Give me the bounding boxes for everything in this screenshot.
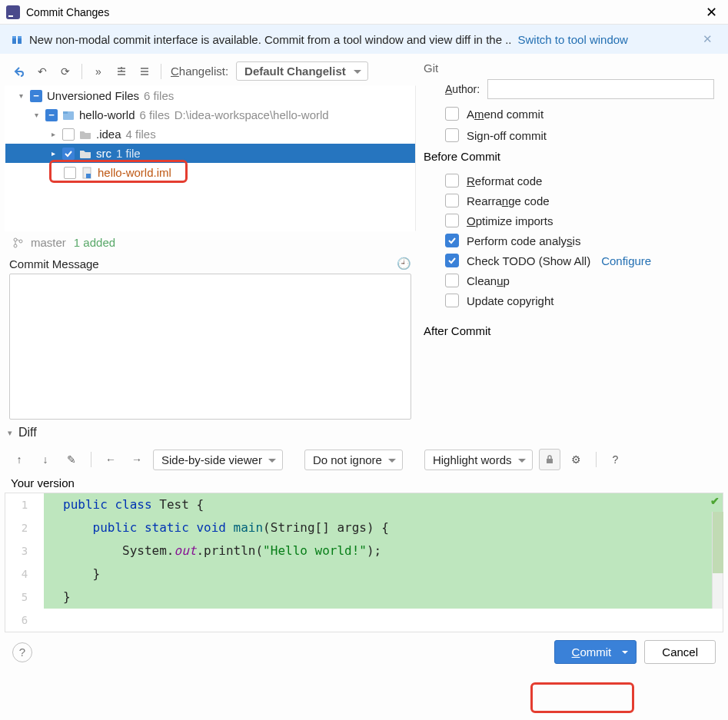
line-number: 5 [5,586,44,609]
file-count: 1 file [116,147,141,160]
checkbox-checked-icon[interactable] [62,148,75,160]
arrow-left-icon[interactable]: ← [101,450,121,469]
tree-row-idea[interactable]: ▸ .idea 4 files [5,124,415,144]
arrow-up-icon[interactable]: ↑ [9,450,29,469]
todo-configure-link[interactable]: Configure [601,254,651,267]
cancel-button[interactable]: Cancel [644,640,716,664]
tree-row-unversioned[interactable]: ▾ − Unversioned Files 6 files [5,86,415,105]
commit-message-input[interactable] [9,274,411,420]
line-number: 1 [5,493,44,516]
collapse-all-icon[interactable] [135,62,155,81]
rearrange-label: Rearrange code [467,194,550,207]
signoff-checkbox[interactable] [445,128,459,142]
highlight-combo[interactable]: Highlight words [424,450,533,470]
gear-icon[interactable]: ⚙ [567,450,587,469]
line-number: 2 [5,516,44,539]
after-commit-header: After Commit [424,324,714,337]
arrow-right-icon[interactable]: → [127,450,147,469]
titlebar: Commit Changes ✕ [0,0,728,25]
amend-label: Amend commit [467,108,544,121]
app-logo [6,5,20,19]
close-icon[interactable]: ✕ [701,1,722,24]
todo-label: Check TODO (Show All) [467,254,590,267]
svg-rect-0 [6,5,20,19]
viewer-combo[interactable]: Side-by-side viewer [153,450,283,470]
checkbox-empty[interactable] [64,167,76,179]
arrow-down-icon[interactable]: ↓ [35,450,55,469]
changelist-combo[interactable]: Default Changelist [236,61,368,81]
author-label: Author: [445,83,480,95]
changes-tree[interactable]: ▾ − Unversioned Files 6 files ▾ − hello-… [5,85,416,231]
copyright-checkbox[interactable] [445,294,459,307]
chevron-down-icon[interactable]: ▾ [8,428,12,438]
reformat-checkbox[interactable] [445,174,459,187]
checkbox-mixed-icon[interactable]: − [30,90,42,102]
checkbox-mixed-icon[interactable]: − [45,109,58,121]
rollback-icon[interactable] [9,62,29,81]
annotation-highlight [530,682,634,713]
file-count: 6 files [144,89,174,102]
lock-icon[interactable] [539,449,560,470]
info-banner: New non-modal commit interface is availa… [0,25,728,54]
your-version-label: Your version [5,473,723,493]
changelist-label: Changelist: [171,65,228,78]
copyright-label: Update copyright [467,294,553,307]
expand-all-icon[interactable] [111,62,131,81]
chevron-right-icon[interactable]: ▸ [48,130,58,138]
tree-row-iml[interactable]: hello-world.iml [5,163,415,182]
svg-rect-4 [16,36,18,44]
cleanup-label: Cleanup [467,274,510,287]
folder-icon [79,148,91,160]
cleanup-checkbox[interactable] [445,274,459,287]
node-label: Unversioned Files [47,89,139,102]
branch-icon [12,237,23,248]
rearrange-checkbox[interactable] [445,194,459,207]
author-input[interactable] [487,79,714,99]
node-label: hello-world [79,108,135,121]
checkbox-empty[interactable] [62,128,75,141]
window-title: Commit Changes [26,6,109,18]
diff-section-header[interactable]: ▾ Diff [5,420,723,446]
analysis-label: Perform code analysis [467,234,580,247]
banner-close-icon[interactable]: ✕ [698,31,717,48]
amend-checkbox[interactable] [445,107,459,121]
optimize-checkbox[interactable] [445,214,459,227]
chevron-right-icon[interactable]: ▸ [48,149,58,158]
before-commit-header: Before Commit [424,150,714,163]
branch-row: master 1 added [5,231,416,254]
branch-name: master [31,236,66,249]
folder-icon [79,128,91,141]
svg-point-11 [19,240,22,243]
svg-point-10 [14,244,17,247]
reformat-label: Reformat code [467,174,542,187]
line-number: 6 [5,609,44,632]
svg-rect-6 [63,111,68,114]
diff-code-viewer[interactable]: ✔ 1public class Test { 2 public static v… [5,493,723,632]
chevron-down-icon[interactable]: ▾ [16,91,25,100]
file-count: 4 files [126,128,156,141]
svg-rect-1 [8,15,13,17]
module-icon [62,109,75,121]
history-icon[interactable]: 🕘 [397,257,411,270]
analysis-checkbox[interactable] [445,234,459,247]
commit-button[interactable]: Commit [554,640,637,664]
banner-text: New non-modal commit interface is availa… [29,33,512,46]
banner-link[interactable]: Switch to tool window [518,33,628,46]
tree-row-module[interactable]: ▾ − hello-world 6 files D:\idea-workspac… [5,105,415,124]
undo-icon[interactable]: ↶ [32,62,52,81]
commit-message-label: Commit Message 🕘 [5,254,416,272]
edit-icon[interactable]: ✎ [61,450,81,469]
file-count: 6 files [140,108,170,121]
help-button[interactable]: ? [12,642,32,662]
git-group-header: Git [424,61,714,75]
refresh-icon[interactable]: ⟳ [55,62,75,81]
chevron-down-icon[interactable]: ▾ [32,111,41,119]
help-icon[interactable]: ? [606,450,626,469]
tree-row-src[interactable]: ▸ src 1 file [5,144,415,163]
todo-checkbox[interactable] [445,254,459,267]
iml-file-icon [81,167,93,179]
ignore-combo[interactable]: Do not ignore [304,450,403,470]
chevrons-icon[interactable]: » [88,62,108,81]
node-label: src [96,147,111,160]
scrollbar[interactable] [712,512,723,609]
